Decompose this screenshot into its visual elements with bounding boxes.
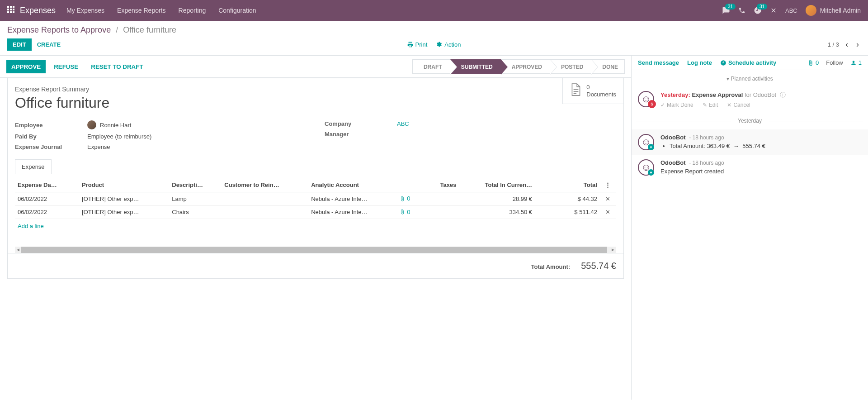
follow-button[interactable]: Follow [826, 59, 843, 66]
nav-configuration[interactable]: Configuration [218, 7, 256, 14]
company-switcher[interactable]: ABC [785, 7, 797, 14]
cell-customer [222, 192, 308, 206]
attachments-button[interactable]: 0 [807, 59, 819, 66]
status-submitted[interactable]: SUBMITTED [450, 59, 501, 74]
cancel-activity-button[interactable]: ✕ Cancel [727, 102, 750, 108]
approve-button[interactable]: APPROVE [6, 60, 46, 73]
cell-taxes [420, 205, 459, 219]
edit-activity-button[interactable]: ✎ Edit [703, 102, 718, 108]
cell-analytic: Nebula - Azure Inte… [308, 192, 397, 206]
reset-button[interactable]: RESET TO DRAFT [86, 61, 147, 73]
cell-taxes [420, 192, 459, 206]
cell-customer [222, 205, 308, 219]
breadcrumb-parent[interactable]: Expense Reports to Approve [7, 25, 111, 34]
add-line-link[interactable]: Add a line [15, 219, 616, 233]
mark-done-button[interactable]: ✓ Mark Done [660, 102, 693, 108]
cell-desc: Lamp [169, 192, 222, 206]
schedule-activity-button[interactable]: Schedule activity [720, 59, 776, 66]
table-row[interactable]: 06/02/2022[OTHER] Other exp…LampNebula -… [15, 192, 616, 206]
cell-total-cur: 334.50 € [459, 205, 535, 219]
info-icon[interactable]: ⓘ [780, 91, 786, 98]
col-date[interactable]: Expense Da… [15, 178, 79, 192]
activity-assignee: for OdooBot [745, 91, 776, 98]
app-brand[interactable]: Expenses [20, 6, 56, 15]
cell-product: [OTHER] Other exp… [79, 205, 169, 219]
col-desc[interactable]: Descripti… [169, 178, 222, 192]
nav-my-expenses[interactable]: My Expenses [66, 7, 104, 14]
col-menu[interactable]: ⋮ [600, 178, 616, 192]
col-product[interactable]: Product [79, 178, 169, 192]
status-approved[interactable]: APPROVED [501, 59, 550, 74]
message-avatar: ♥ [638, 159, 654, 176]
status-draft[interactable]: DRAFT [412, 59, 450, 74]
edit-button[interactable]: EDIT [7, 38, 32, 51]
activity-item: $ Yesterday: Expense Approval for OdooBo… [632, 87, 868, 112]
svg-rect-5 [13, 9, 14, 10]
breadcrumb: Expense Reports to Approve / Office furn… [7, 25, 176, 35]
doc-count: 0 [586, 84, 616, 91]
col-total-cur[interactable]: Total In Curren… [459, 178, 535, 192]
cell-total-cur: 28.99 € [459, 192, 535, 206]
total-value: 555.74 € [581, 261, 616, 271]
activity-title[interactable]: Expense Approval [692, 91, 743, 98]
message-author[interactable]: OdooBot [660, 134, 686, 141]
apps-icon[interactable] [7, 6, 14, 15]
user-menu[interactable]: Mitchell Admin [806, 5, 861, 16]
manager-label: Manager [325, 131, 397, 138]
svg-rect-2 [13, 6, 14, 8]
col-analytic[interactable]: Analytic Account [308, 178, 397, 192]
activity-type-icon: $ [648, 100, 656, 108]
cell-attach[interactable]: 0 [397, 205, 420, 219]
pager-next[interactable]: › [854, 40, 861, 49]
cell-date: 06/02/2022 [15, 192, 79, 206]
document-icon [570, 83, 582, 99]
cell-product: [OTHER] Other exp… [79, 192, 169, 206]
debug-icon[interactable] [770, 7, 777, 14]
create-button[interactable]: CREATE [32, 38, 66, 51]
delete-row-icon[interactable]: ✕ [600, 192, 616, 206]
journal-value: Expense [87, 143, 110, 150]
delete-row-icon[interactable]: ✕ [600, 205, 616, 219]
message-time: - 18 hours ago [689, 134, 724, 141]
activities-badge: 31 [757, 4, 767, 10]
messages-icon[interactable]: 31 [722, 6, 730, 14]
send-message-button[interactable]: Send message [638, 59, 679, 66]
svg-rect-0 [7, 6, 9, 8]
col-taxes[interactable]: Taxes [420, 178, 459, 192]
col-total[interactable]: Total [535, 178, 600, 192]
summary-label: Expense Report Summary [8, 78, 623, 93]
activities-icon[interactable]: 31 [754, 6, 762, 14]
message-item: ♥ OdooBot - 18 hours ago Total Amount: 3… [632, 129, 868, 155]
table-row[interactable]: 06/02/2022[OTHER] Other exp…ChairsNebula… [15, 205, 616, 219]
svg-rect-1 [10, 6, 12, 8]
journal-label: Expense Journal [15, 143, 87, 150]
phone-icon[interactable] [738, 7, 745, 14]
company-value[interactable]: ABC [397, 120, 409, 127]
followers-button[interactable]: 1 [850, 59, 862, 66]
pager-prev[interactable]: ‹ [844, 40, 850, 49]
company-label: Company [325, 120, 397, 127]
status-steps: DRAFT SUBMITTED APPROVED POSTED DONE [412, 59, 625, 74]
documents-button[interactable]: 0 Documents [562, 78, 623, 104]
cell-attach[interactable]: 0 [397, 192, 420, 206]
message-author[interactable]: OdooBot [660, 159, 686, 166]
nav-expense-reports[interactable]: Expense Reports [117, 7, 165, 14]
print-button[interactable]: Print [407, 41, 428, 48]
action-button[interactable]: Action [436, 41, 461, 48]
col-customer[interactable]: Customer to Rein… [222, 178, 308, 192]
pager-text[interactable]: 1 / 3 [828, 41, 839, 48]
breadcrumb-current: Office furniture [123, 25, 176, 34]
planned-activities-header[interactable]: ▾ Planned activities [632, 76, 868, 82]
refuse-button[interactable]: REFUSE [49, 61, 83, 73]
messages-badge: 31 [725, 4, 736, 10]
tab-expense[interactable]: Expense [15, 159, 52, 174]
svg-rect-8 [13, 11, 14, 13]
paidby-label: Paid By [15, 133, 87, 140]
cell-analytic: Nebula - Azure Inte… [308, 205, 397, 219]
log-note-button[interactable]: Log note [687, 59, 712, 66]
user-name: Mitchell Admin [820, 7, 861, 14]
col-attach [397, 178, 420, 192]
table-hscroll[interactable] [15, 247, 616, 253]
employee-avatar [87, 120, 96, 129]
nav-reporting[interactable]: Reporting [179, 7, 206, 14]
